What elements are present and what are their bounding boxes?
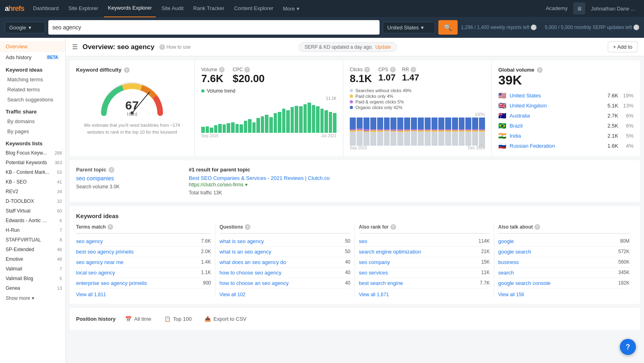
- ki-keyword-link[interactable]: seo agency: [76, 238, 103, 244]
- sidebar-list-item[interactable]: Valimail Blog5: [0, 274, 65, 283]
- ki-keyword-link[interactable]: seo company: [359, 259, 390, 265]
- nav-more[interactable]: More ▾: [279, 6, 303, 12]
- sidebar-list-item[interactable]: D-TOOLBOX32: [0, 196, 65, 206]
- ki-keyword-link[interactable]: how to choose seo agency: [219, 270, 281, 276]
- ki-keyword-link[interactable]: how to choose an seo agency: [219, 280, 289, 286]
- ki-keyword-link[interactable]: google: [498, 238, 514, 244]
- nav-dashboard[interactable]: Dashboard: [29, 0, 63, 17]
- ki-keyword-link[interactable]: what is an seo agency: [219, 249, 271, 255]
- ki-keyword-link[interactable]: business: [498, 259, 519, 265]
- country-name-link[interactable]: United Kingdom: [510, 103, 601, 109]
- cpc-metric: CPC ? $20.00: [233, 67, 265, 85]
- nav-keywords-explorer[interactable]: Keywords Explorer: [104, 0, 156, 17]
- how-to-use-link[interactable]: ? How to use: [159, 44, 191, 50]
- cpc-info-icon[interactable]: ?: [244, 67, 250, 72]
- hamburger-icon[interactable]: ☰: [72, 43, 78, 51]
- sidebar-list-item[interactable]: Potential Keywords363: [0, 158, 65, 167]
- sidebar-list-item[interactable]: H-Run7: [0, 225, 65, 235]
- ki-keyword-link[interactable]: enterprise seo agency primelis: [76, 280, 147, 286]
- sidebar-list-item[interactable]: SP-Extended46: [0, 245, 65, 254]
- sidebar-list-item[interactable]: Blog Focus Keyw...288: [0, 148, 65, 158]
- ki-keyword-link[interactable]: google search console: [498, 280, 551, 286]
- ki-header-info-icon[interactable]: ?: [245, 224, 250, 230]
- volume-info-icon[interactable]: ?: [219, 67, 225, 72]
- ki-keyword-link[interactable]: seo services: [359, 270, 388, 276]
- nav-site-audit[interactable]: Site Audit: [157, 0, 188, 17]
- sidebar-list-item[interactable]: Genea13: [0, 283, 65, 293]
- nav-notifications-button[interactable]: 🖥: [573, 2, 585, 14]
- sidebar-item-by-domains[interactable]: By domains: [0, 116, 65, 126]
- sidebar-item-overview[interactable]: Overview: [0, 41, 65, 52]
- nav-user[interactable]: Johnathan Dane ...: [587, 6, 639, 12]
- bottom-tab-top100[interactable]: 📋 Top 100: [161, 314, 195, 324]
- rr-info-icon[interactable]: ?: [411, 67, 416, 72]
- sidebar-item-ads-history[interactable]: Ads history BETA: [0, 52, 65, 63]
- country-flag-icon: 🇧🇷: [498, 122, 506, 130]
- sidebar-item-related-terms[interactable]: Related terms: [0, 85, 65, 95]
- sidebar-item-matching-terms[interactable]: Matching terms: [0, 74, 65, 85]
- country-name-link[interactable]: Australia: [510, 113, 601, 119]
- result-link[interactable]: Best SEO Companies & Services - 2021 Rev…: [189, 175, 634, 181]
- ki-header-info-icon[interactable]: ?: [535, 224, 540, 230]
- sidebar-list-item[interactable]: KB - SEO41: [0, 177, 65, 187]
- kd-info-icon[interactable]: ?: [124, 67, 130, 73]
- bottom-tab-export[interactable]: 📥 Export to CSV: [201, 314, 250, 324]
- show-more-button[interactable]: Show more ▾: [0, 293, 65, 303]
- ki-header-info-icon[interactable]: ?: [390, 224, 396, 230]
- sidebar-list-item[interactable]: Edwards - Aortic St...6: [0, 216, 65, 225]
- sidebar-list-item[interactable]: Staff Virtual60: [0, 206, 65, 216]
- monthly-info-icon[interactable]: ⓘ: [634, 25, 639, 30]
- sidebar-item-search-suggestions[interactable]: Search suggestions: [0, 95, 65, 105]
- nav-academy[interactable]: Academy: [542, 0, 572, 17]
- nav-content-explorer[interactable]: Content Explorer: [230, 0, 277, 17]
- search-button[interactable]: 🔍: [438, 20, 458, 35]
- ki-keyword-link[interactable]: seo: [359, 238, 367, 244]
- sidebar-list-item[interactable]: REV234: [0, 187, 65, 196]
- ki-keyword-link[interactable]: seo agency near me: [76, 259, 124, 265]
- cps-info-icon[interactable]: ?: [390, 67, 396, 72]
- sidebar-list-item[interactable]: Valimail7: [0, 264, 65, 274]
- update-link[interactable]: Update: [375, 44, 391, 50]
- country-name-link[interactable]: United States: [510, 93, 601, 99]
- ki-header-info-icon[interactable]: ?: [107, 224, 113, 230]
- ki-keyword-link[interactable]: what is seo agency: [219, 238, 264, 244]
- global-info-icon[interactable]: ?: [537, 67, 543, 73]
- ki-view-all-link[interactable]: View all 1,811: [76, 292, 211, 297]
- help-button[interactable]: ?: [620, 339, 636, 355]
- ki-keyword-link[interactable]: search engine optimization: [359, 249, 421, 255]
- country-select[interactable]: United States ▾: [383, 22, 435, 33]
- sidebar-group-traffic-share[interactable]: Traffic share: [0, 105, 65, 116]
- sidebar-list-item[interactable]: KB - Content Mark...53: [0, 167, 65, 177]
- bottom-tab-all-time[interactable]: 📅 All time: [122, 314, 155, 324]
- volume-bar: [308, 103, 311, 133]
- ki-view-all-link[interactable]: View all 1,671: [359, 292, 490, 297]
- ki-keyword-link[interactable]: best search engine: [359, 280, 403, 286]
- search-engine-select[interactable]: Google ▾: [5, 22, 45, 33]
- ki-keyword-link[interactable]: best seo agency primelis: [76, 249, 134, 255]
- sidebar-list-item[interactable]: Emotive48: [0, 254, 65, 264]
- ki-keyword-link[interactable]: local seo agency: [76, 270, 115, 276]
- country-name-link[interactable]: Russian Federation: [510, 143, 601, 149]
- ki-keyword-link[interactable]: what does an seo agency do: [219, 259, 286, 265]
- sidebar-list-item[interactable]: STAFFVIRTUAL8: [0, 235, 65, 245]
- volume-metric: Volume ? 7.6K: [201, 67, 225, 85]
- ki-keyword-link[interactable]: search: [498, 270, 514, 276]
- parent-topic-link[interactable]: seo companies: [76, 175, 181, 182]
- sidebar-group-keywords-lists[interactable]: Keywords lists: [0, 136, 65, 148]
- weekly-info-icon[interactable]: ⓘ: [531, 25, 537, 30]
- gauge-container: 67 Hard: [98, 77, 166, 117]
- add-to-button[interactable]: + Add to: [608, 41, 638, 52]
- result-url[interactable]: https://clutch.co/seo-firms ▾: [189, 182, 634, 188]
- nav-rank-tracker[interactable]: Rank Tracker: [189, 0, 228, 17]
- sidebar-group-keyword-ideas[interactable]: Keyword ideas: [0, 63, 65, 74]
- ki-view-all-link[interactable]: View all 156: [498, 292, 630, 297]
- search-input[interactable]: [52, 24, 376, 31]
- ki-keyword-link[interactable]: google search: [498, 249, 531, 255]
- country-name-link[interactable]: Brazil: [510, 123, 601, 129]
- ki-view-all-link[interactable]: View all 102: [219, 292, 350, 297]
- parent-topic-info-icon[interactable]: ?: [109, 167, 114, 173]
- sidebar-item-by-pages[interactable]: By pages: [0, 126, 65, 136]
- nav-site-explorer[interactable]: Site Explorer: [64, 0, 102, 17]
- clicks-info-icon[interactable]: ?: [364, 67, 370, 72]
- country-name-link[interactable]: India: [510, 133, 601, 139]
